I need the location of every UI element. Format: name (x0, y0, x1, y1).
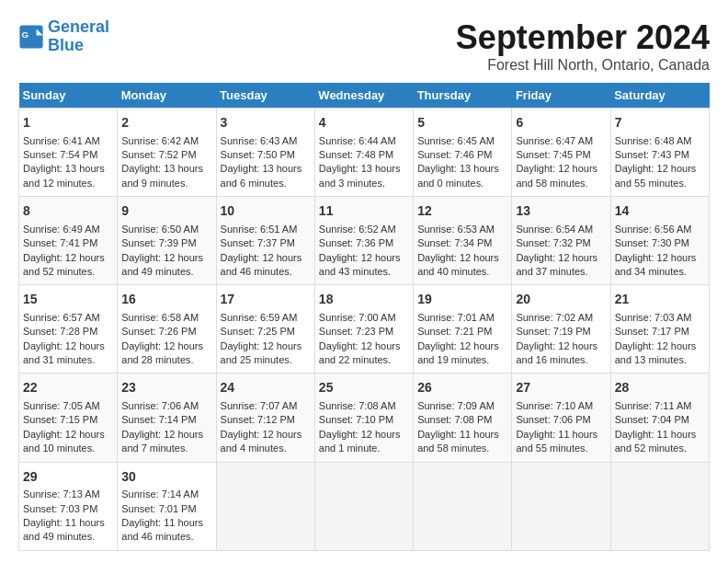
day-11: 11 Sunrise: 6:52 AMSunset: 7:36 PMDaylig… (314, 197, 413, 285)
day-13: 13 Sunrise: 6:54 AMSunset: 7:32 PMDaylig… (512, 197, 610, 285)
day-25: 25 Sunrise: 7:08 AMSunset: 7:10 PMDaylig… (314, 373, 413, 462)
calendar-table: Sunday Monday Tuesday Wednesday Thursday… (18, 83, 710, 551)
day-1: 1 Sunrise: 6:41 AMSunset: 7:54 PMDayligh… (19, 109, 118, 197)
col-sunday: Sunday (19, 83, 118, 109)
day-3: 3 Sunrise: 6:43 AMSunset: 7:50 PMDayligh… (216, 109, 314, 197)
day-14: 14 Sunrise: 6:56 AMSunset: 7:30 PMDaylig… (610, 197, 709, 285)
day-12: 12 Sunrise: 6:53 AMSunset: 7:34 PMDaylig… (414, 197, 512, 285)
location: Forest Hill North, Ontario, Canada (456, 57, 710, 74)
day-15: 15 Sunrise: 6:57 AMSunset: 7:28 PMDaylig… (19, 285, 118, 373)
week-row-5: 29 Sunrise: 7:13 AMSunset: 7:03 PMDaylig… (19, 462, 710, 550)
day-26: 26 Sunrise: 7:09 AMSunset: 7:08 PMDaylig… (414, 373, 512, 462)
day-6: 6 Sunrise: 6:47 AMSunset: 7:45 PMDayligh… (512, 109, 610, 197)
month-title: September 2024 (456, 18, 710, 57)
logo: G General Blue (18, 18, 109, 55)
logo-line2: Blue (48, 36, 84, 54)
week-row-3: 15 Sunrise: 6:57 AMSunset: 7:28 PMDaylig… (19, 285, 710, 373)
svg-text:G: G (22, 29, 29, 40)
day-16: 16 Sunrise: 6:58 AMSunset: 7:26 PMDaylig… (118, 285, 216, 373)
day-10: 10 Sunrise: 6:51 AMSunset: 7:37 PMDaylig… (216, 197, 314, 285)
empty-cell-2 (314, 462, 413, 550)
week-row-4: 22 Sunrise: 7:05 AMSunset: 7:15 PMDaylig… (19, 373, 710, 462)
empty-cell-4 (512, 462, 610, 550)
logo-text: General Blue (48, 18, 109, 55)
day-27: 27 Sunrise: 7:10 AMSunset: 7:06 PMDaylig… (512, 373, 610, 462)
col-friday: Friday (512, 83, 610, 109)
col-monday: Monday (118, 83, 216, 109)
day-8: 8 Sunrise: 6:49 AMSunset: 7:41 PMDayligh… (19, 197, 118, 285)
empty-cell-5 (610, 462, 709, 550)
day-19: 19 Sunrise: 7:01 AMSunset: 7:21 PMDaylig… (414, 285, 512, 373)
logo-line1: General (48, 17, 109, 36)
week-row-2: 8 Sunrise: 6:49 AMSunset: 7:41 PMDayligh… (19, 197, 710, 285)
day-2: 2 Sunrise: 6:42 AMSunset: 7:52 PMDayligh… (118, 109, 216, 197)
day-7: 7 Sunrise: 6:48 AMSunset: 7:43 PMDayligh… (610, 109, 709, 197)
empty-cell-1 (216, 462, 314, 550)
day-28: 28 Sunrise: 7:11 AMSunset: 7:04 PMDaylig… (610, 373, 709, 462)
day-23: 23 Sunrise: 7:06 AMSunset: 7:14 PMDaylig… (118, 373, 216, 462)
day-24: 24 Sunrise: 7:07 AMSunset: 7:12 PMDaylig… (216, 373, 314, 462)
title-block: September 2024 Forest Hill North, Ontari… (456, 18, 710, 74)
week-row-1: 1 Sunrise: 6:41 AMSunset: 7:54 PMDayligh… (19, 109, 710, 197)
day-21: 21 Sunrise: 7:03 AMSunset: 7:17 PMDaylig… (610, 285, 709, 373)
col-wednesday: Wednesday (314, 83, 413, 109)
day-20: 20 Sunrise: 7:02 AMSunset: 7:19 PMDaylig… (512, 285, 610, 373)
day-30: 30 Sunrise: 7:14 AMSunset: 7:01 PMDaylig… (118, 462, 216, 550)
day-5: 5 Sunrise: 6:45 AMSunset: 7:46 PMDayligh… (414, 109, 512, 197)
day-22: 22 Sunrise: 7:05 AMSunset: 7:15 PMDaylig… (19, 373, 118, 462)
day-4: 4 Sunrise: 6:44 AMSunset: 7:48 PMDayligh… (314, 109, 413, 197)
col-saturday: Saturday (610, 83, 709, 109)
empty-cell-3 (414, 462, 512, 550)
calendar-header-row: Sunday Monday Tuesday Wednesday Thursday… (19, 83, 710, 109)
col-tuesday: Tuesday (216, 83, 314, 109)
day-9: 9 Sunrise: 6:50 AMSunset: 7:39 PMDayligh… (118, 197, 216, 285)
page-header: G General Blue September 2024 Forest Hil… (18, 18, 710, 74)
day-18: 18 Sunrise: 7:00 AMSunset: 7:23 PMDaylig… (314, 285, 413, 373)
day-29: 29 Sunrise: 7:13 AMSunset: 7:03 PMDaylig… (19, 462, 118, 550)
col-thursday: Thursday (414, 83, 512, 109)
day-17: 17 Sunrise: 6:59 AMSunset: 7:25 PMDaylig… (216, 285, 314, 373)
logo-icon: G (18, 24, 44, 50)
